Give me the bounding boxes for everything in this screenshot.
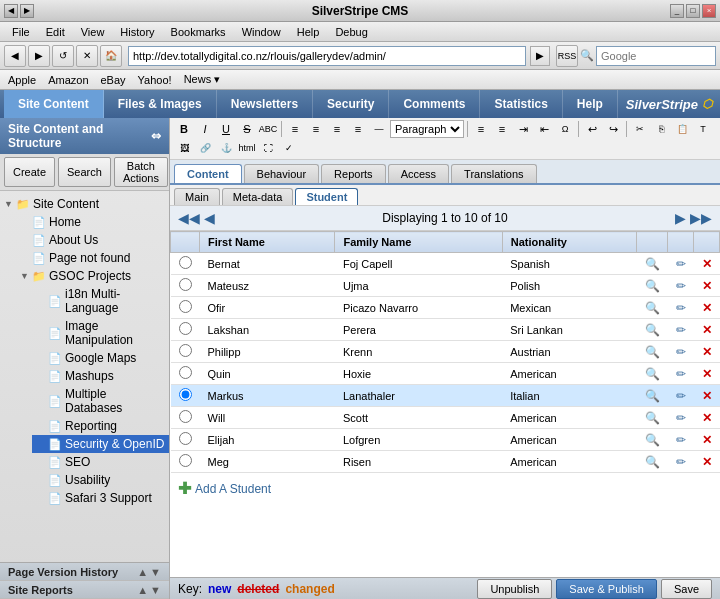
view-icon-2[interactable]: 🔍 (645, 279, 660, 293)
bookmark-yahoo[interactable]: Yahoo! (138, 74, 172, 86)
menu-help[interactable]: Help (289, 24, 328, 40)
ctab-reports[interactable]: Reports (321, 164, 386, 183)
fullscreen-btn[interactable]: ⛶ (258, 139, 278, 157)
next-page-btn[interactable]: ▶ (675, 210, 686, 226)
bold-btn[interactable]: B (174, 120, 194, 138)
bookmark-apple[interactable]: Apple (8, 74, 36, 86)
close-btn[interactable]: × (702, 4, 716, 18)
sidebar-item-gsoc-projects[interactable]: ▼ 📁 GSOC Projects (16, 267, 169, 285)
copy-btn[interactable]: ⎘ (651, 120, 671, 138)
minimize-btn[interactable]: _ (670, 4, 684, 18)
stab-meta-data[interactable]: Meta-data (222, 188, 294, 205)
paste-plain-btn[interactable]: T (693, 120, 713, 138)
go-btn[interactable]: ▶ (530, 46, 550, 66)
row-radio-7[interactable] (179, 388, 192, 401)
view-icon-4[interactable]: 🔍 (645, 323, 660, 337)
left-btn2[interactable]: ▶ (20, 4, 34, 18)
address-input[interactable] (128, 46, 526, 66)
left-btn1[interactable]: ◀ (4, 4, 18, 18)
reload-btn[interactable]: ↺ (52, 45, 74, 67)
redo-btn[interactable]: ↪ (603, 120, 623, 138)
save-publish-btn[interactable]: Save & Publish (556, 579, 657, 599)
forward-btn[interactable]: ▶ (28, 45, 50, 67)
row-radio-8[interactable] (179, 410, 192, 423)
maximize-btn[interactable]: □ (686, 4, 700, 18)
align-center-btn[interactable]: ≡ (306, 120, 326, 138)
tab-newsletters[interactable]: Newsletters (217, 90, 313, 118)
rss-btn[interactable]: RSS (556, 45, 578, 67)
edit-icon-6[interactable]: ✏ (676, 367, 686, 381)
sr-collapse-icon[interactable]: ▲ (137, 584, 148, 596)
sr-expand-icon[interactable]: ▼ (150, 584, 161, 596)
view-icon-7[interactable]: 🔍 (645, 389, 660, 403)
paste-btn[interactable]: 📋 (672, 120, 692, 138)
ctab-translations[interactable]: Translations (451, 164, 537, 183)
align-justify-btn[interactable]: ≡ (348, 120, 368, 138)
edit-icon-8[interactable]: ✏ (676, 411, 686, 425)
sidebar-item-security-openid[interactable]: 📄 Security & OpenID (32, 435, 169, 453)
sidebar-item-image-manip[interactable]: 📄 Image Manipulation (32, 317, 169, 349)
sidebar-item-seo[interactable]: 📄 SEO (32, 453, 169, 471)
link-btn[interactable]: 🔗 (195, 139, 215, 157)
last-page-btn[interactable]: ▶▶ (690, 210, 712, 226)
edit-icon-9[interactable]: ✏ (676, 433, 686, 447)
sidebar-item-site-content[interactable]: ▼ 📁 Site Content (0, 195, 169, 213)
pv-collapse-icon[interactable]: ▲ (137, 566, 148, 578)
view-icon-5[interactable]: 🔍 (645, 345, 660, 359)
align-left-btn[interactable]: ≡ (285, 120, 305, 138)
tab-security[interactable]: Security (313, 90, 389, 118)
delete-icon-6[interactable]: ✕ (702, 367, 712, 381)
view-icon-8[interactable]: 🔍 (645, 411, 660, 425)
row-radio-3[interactable] (179, 300, 192, 313)
create-btn[interactable]: Create (4, 157, 55, 187)
row-radio-9[interactable] (179, 432, 192, 445)
hr-btn[interactable]: — (369, 120, 389, 138)
sidebar-item-multiple-databases[interactable]: 📄 Multiple Databases (32, 385, 169, 417)
menu-history[interactable]: History (112, 24, 162, 40)
sidebar-item-home[interactable]: 📄 Home (16, 213, 169, 231)
sidebar-item-reporting[interactable]: 📄 Reporting (32, 417, 169, 435)
menu-edit[interactable]: Edit (38, 24, 73, 40)
stab-main[interactable]: Main (174, 188, 220, 205)
tab-help[interactable]: Help (563, 90, 618, 118)
ctab-behaviour[interactable]: Behaviour (244, 164, 320, 183)
menu-window[interactable]: Window (234, 24, 289, 40)
menu-debug[interactable]: Debug (327, 24, 375, 40)
unpublish-btn[interactable]: Unpublish (477, 579, 552, 599)
row-radio-1[interactable] (179, 256, 192, 269)
html-btn[interactable]: html (237, 139, 257, 157)
tab-files-images[interactable]: Files & Images (104, 90, 217, 118)
align-right-btn[interactable]: ≡ (327, 120, 347, 138)
edit-icon-4[interactable]: ✏ (676, 323, 686, 337)
row-radio-6[interactable] (179, 366, 192, 379)
search-btn[interactable]: Search (58, 157, 111, 187)
delete-icon-4[interactable]: ✕ (702, 323, 712, 337)
delete-icon-8[interactable]: ✕ (702, 411, 712, 425)
format-select[interactable]: Paragraph Heading 1 Heading 2 (390, 120, 464, 138)
delete-icon-2[interactable]: ✕ (702, 279, 712, 293)
save-btn[interactable]: Save (661, 579, 712, 599)
outdent-btn[interactable]: ⇤ (534, 120, 554, 138)
abc-btn[interactable]: ABC (258, 120, 278, 138)
view-icon-1[interactable]: 🔍 (645, 257, 660, 271)
delete-icon-10[interactable]: ✕ (702, 455, 712, 469)
tab-comments[interactable]: Comments (389, 90, 480, 118)
row-radio-5[interactable] (179, 344, 192, 357)
delete-icon-3[interactable]: ✕ (702, 301, 712, 315)
row-radio-4[interactable] (179, 322, 192, 335)
ctab-access[interactable]: Access (388, 164, 449, 183)
batch-actions-btn[interactable]: Batch Actions (114, 157, 168, 187)
row-radio-10[interactable] (179, 454, 192, 467)
home-btn[interactable]: 🏠 (100, 45, 122, 67)
sidebar-item-google-maps[interactable]: 📄 Google Maps (32, 349, 169, 367)
add-student-row[interactable]: ✚ Add A Student (170, 473, 720, 504)
sidebar-item-i18n[interactable]: 📄 i18n Multi-Language (32, 285, 169, 317)
edit-icon-3[interactable]: ✏ (676, 301, 686, 315)
delete-icon-9[interactable]: ✕ (702, 433, 712, 447)
stop-btn[interactable]: ✕ (76, 45, 98, 67)
indent-btn[interactable]: ⇥ (513, 120, 533, 138)
sidebar-item-usability[interactable]: 📄 Usability (32, 471, 169, 489)
row-radio-2[interactable] (179, 278, 192, 291)
image-btn[interactable]: 🖼 (174, 139, 194, 157)
menu-view[interactable]: View (73, 24, 113, 40)
